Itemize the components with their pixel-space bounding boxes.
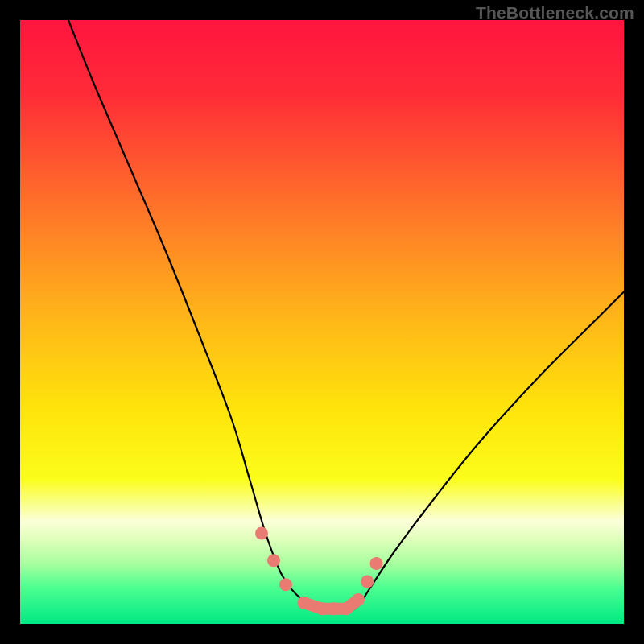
plot-area	[20, 20, 624, 624]
marker-dot	[352, 593, 365, 606]
marker-dot	[328, 602, 341, 615]
marker-dot	[267, 554, 280, 567]
watermark-label: TheBottleneck.com	[476, 3, 634, 23]
chart-svg	[20, 20, 624, 624]
marker-dot	[370, 557, 383, 570]
marker-dot	[316, 602, 328, 615]
marker-dot	[298, 597, 311, 609]
marker-dot	[255, 527, 268, 540]
marker-dot	[279, 578, 292, 591]
marker-dot	[361, 576, 374, 588]
chart-frame: TheBottleneck.com	[0, 0, 644, 644]
bottleneck-curve	[68, 20, 624, 613]
marker-dot	[340, 602, 353, 615]
